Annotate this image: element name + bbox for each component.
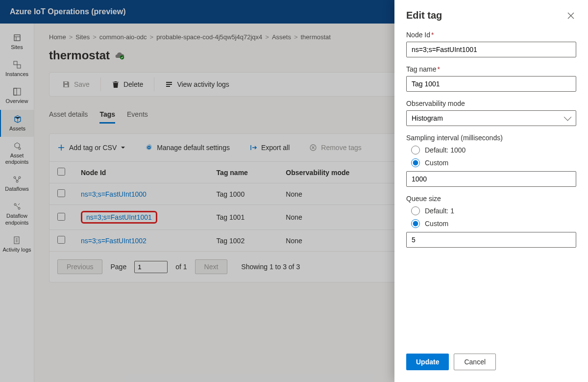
close-button[interactable] (565, 10, 576, 21)
sampling-interval-input[interactable] (406, 171, 576, 187)
node-id-input[interactable] (406, 42, 576, 57)
queue-size-input[interactable] (406, 232, 576, 248)
tag-name-label: Tag name* (406, 65, 576, 73)
close-icon (567, 12, 574, 19)
sampling-default-radio[interactable] (411, 146, 420, 154)
update-button[interactable]: Update (406, 354, 449, 370)
queue-custom-radio[interactable] (411, 219, 420, 228)
sampling-interval-label: Sampling interval (milliseconds) (406, 134, 576, 142)
node-id-label: Node Id* (406, 31, 576, 39)
cancel-button[interactable]: Cancel (454, 354, 496, 370)
sampling-custom-radio[interactable] (411, 158, 420, 167)
observability-mode-label: Observability mode (406, 100, 576, 107)
edit-tag-panel: Edit tag Node Id* Tag name* Observabilit… (394, 0, 588, 382)
panel-title: Edit tag (406, 10, 442, 21)
tag-name-input[interactable] (406, 76, 576, 92)
sampling-default-label: Default: 1000 (425, 146, 466, 154)
queue-default-radio[interactable] (411, 206, 420, 215)
sampling-custom-label: Custom (425, 159, 448, 167)
queue-custom-label: Custom (425, 220, 448, 228)
queue-default-label: Default: 1 (425, 207, 454, 215)
queue-size-label: Queue size (406, 195, 576, 203)
observability-mode-select[interactable]: Histogram (406, 110, 576, 126)
